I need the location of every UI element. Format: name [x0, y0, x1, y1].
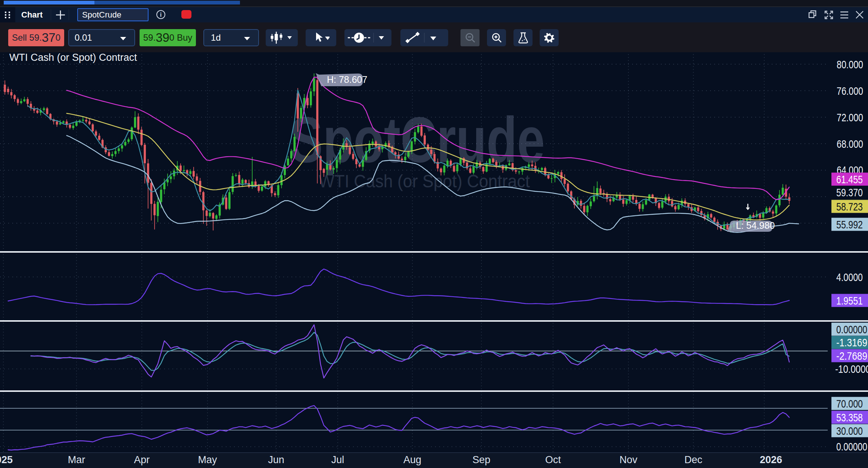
svg-text:Jun: Jun	[268, 454, 284, 465]
svg-text:L: 54.980: L: 54.980	[736, 220, 775, 231]
svg-text:76.000: 76.000	[837, 85, 863, 97]
svg-text:0.00000: 0.00000	[836, 440, 867, 453]
svg-text:53.358: 53.358	[836, 411, 863, 424]
svg-text:1.9551: 1.9551	[836, 294, 863, 307]
svg-text:59.370: 59.370	[836, 186, 863, 199]
svg-text:Nov: Nov	[619, 454, 638, 465]
svg-text:68.000: 68.000	[837, 138, 863, 150]
svg-text:70.000: 70.000	[836, 397, 863, 410]
svg-text:2025: 2025	[0, 454, 13, 465]
svg-text:May: May	[198, 454, 217, 465]
svg-text:WTI Cash (or Spot) Contract: WTI Cash (or Spot) Contract	[9, 52, 137, 63]
svg-text:Aug: Aug	[403, 454, 421, 465]
svg-text:80.000: 80.000	[837, 58, 863, 71]
svg-text:H: 78.607: H: 78.607	[327, 74, 367, 85]
svg-text:58.723: 58.723	[836, 200, 863, 213]
svg-text:Oct: Oct	[545, 454, 561, 465]
svg-text:55.992: 55.992	[836, 218, 863, 231]
svg-text:Jul: Jul	[331, 454, 344, 465]
svg-text:0.00000: 0.00000	[836, 323, 867, 336]
svg-text:Mar: Mar	[68, 454, 85, 465]
svg-text:4.0000: 4.0000	[836, 271, 863, 283]
svg-text:Apr: Apr	[134, 454, 150, 465]
svg-text:Sep: Sep	[472, 454, 490, 465]
svg-text:72.000: 72.000	[837, 111, 863, 124]
svg-text:Dec: Dec	[684, 454, 702, 465]
svg-text:WTI Cash (or Spot) Contract: WTI Cash (or Spot) Contract	[319, 171, 530, 191]
svg-text:61.455: 61.455	[836, 173, 863, 185]
svg-text:2026: 2026	[760, 454, 782, 465]
svg-text:-10.0000: -10.0000	[835, 363, 868, 375]
svg-text:30.000: 30.000	[836, 425, 863, 437]
svg-text:-2.7689: -2.7689	[836, 350, 867, 362]
svg-text:-1.3169: -1.3169	[836, 336, 867, 349]
